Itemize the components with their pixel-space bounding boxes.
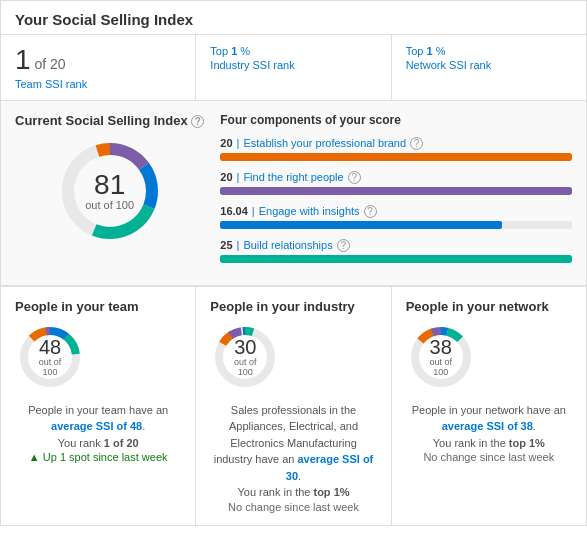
component-help-people[interactable]: ?	[348, 171, 361, 184]
component-row-insights: 16.04 | Engage with insights ?	[220, 205, 572, 229]
component-label-relationships: 25 | Build relationships ?	[220, 239, 572, 252]
component-row-brand: 20 | Establish your professional brand ?	[220, 137, 572, 161]
team-rank-label: Team SSI rank	[15, 78, 181, 90]
network-prefix: Top	[406, 45, 427, 57]
industry-rank-display: Industry SSI rank	[210, 59, 376, 71]
component-label-people: 20 | Find the right people ?	[220, 171, 572, 184]
component-link-people[interactable]: Find the right people	[243, 171, 343, 183]
component-bar-bg-brand	[220, 153, 572, 161]
component-row-people: 20 | Find the right people ?	[220, 171, 572, 195]
ssi-score: 81	[85, 171, 134, 199]
team-rank-value: 1	[15, 44, 31, 75]
bottom-card-team: People in your team 48 out of 100 People…	[1, 287, 196, 525]
change-indicator-industry: No change since last week	[210, 501, 376, 513]
mini-score-num-network: 38	[423, 337, 458, 357]
components-container: 20 | Establish your professional brand ?…	[220, 137, 572, 263]
rank-card-team: 1 of 20 Team SSI rank	[1, 35, 196, 100]
rank-card-industry: Top 1 % Industry SSI rank	[196, 35, 391, 100]
industry-rank-suffix: %	[237, 45, 250, 57]
component-link-brand[interactable]: Establish your professional brand	[243, 137, 406, 149]
bottom-cards: People in your team 48 out of 100 People…	[1, 286, 586, 525]
bottom-card-description-network: People in your network have an average S…	[406, 402, 572, 452]
bottom-card-inner-network: 38 out of 100	[406, 322, 572, 392]
component-help-brand[interactable]: ?	[410, 137, 423, 150]
bottom-card-title-network: People in your network	[406, 299, 572, 314]
component-separator-insights: |	[252, 205, 255, 217]
bottom-card-title-industry: People in your industry	[210, 299, 376, 314]
ssi-score-of: out of 100	[85, 199, 134, 211]
network-rank-suffix: %	[433, 45, 446, 57]
mini-score-of-team: out of 100	[33, 357, 68, 377]
component-help-insights[interactable]: ?	[364, 205, 377, 218]
industry-top-label: Top 1 %	[210, 45, 376, 57]
ssi-left: Current Social Selling Index ?	[15, 113, 204, 246]
mini-score-of-network: out of 100	[423, 357, 458, 377]
component-row-relationships: 25 | Build relationships ?	[220, 239, 572, 263]
component-score-relationships: 25	[220, 239, 232, 251]
ssi-donut: 81 out of 100	[55, 136, 165, 246]
ssi-section: Current Social Selling Index ?	[1, 101, 586, 286]
component-score-brand: 20	[220, 137, 232, 149]
component-bar-fill-insights	[220, 221, 501, 229]
network-rank-label: Network SSI rank	[406, 59, 572, 71]
mini-score-center-team: 48 out of 100	[33, 337, 68, 377]
page-wrapper: Your Social Selling Index 1 of 20 Team S…	[0, 0, 587, 526]
change-indicator-network: No change since last week	[406, 451, 572, 463]
component-bar-fill-relationships	[220, 255, 572, 263]
component-label-insights: 16.04 | Engage with insights ?	[220, 205, 572, 218]
component-score-people: 20	[220, 171, 232, 183]
components-title: Four components of your score	[220, 113, 572, 127]
ssi-help-icon[interactable]: ?	[191, 115, 204, 128]
bottom-card-inner-industry: 30 out of 100	[210, 322, 376, 392]
component-score-insights: 16.04	[220, 205, 248, 217]
bottom-card-description-team: People in your team have an average SSI …	[15, 402, 181, 452]
industry-prefix: Top	[210, 45, 231, 57]
rank-cards: 1 of 20 Team SSI rank Top 1 % Industry S…	[1, 34, 586, 101]
change-indicator-team: ▲ Up 1 spot since last week	[15, 451, 181, 463]
component-bar-bg-people	[220, 187, 572, 195]
bottom-card-description-industry: Sales professionals in the Appliances, E…	[210, 402, 376, 501]
bottom-cards-container: People in your team 48 out of 100 People…	[1, 287, 586, 525]
ssi-right: Four components of your score 20 | Estab…	[220, 113, 572, 273]
ssi-score-center: 81 out of 100	[85, 171, 134, 211]
component-separator-relationships: |	[237, 239, 240, 251]
rank-card-network: Top 1 % Network SSI rank	[392, 35, 586, 100]
bottom-card-title-team: People in your team	[15, 299, 181, 314]
component-help-relationships[interactable]: ?	[337, 239, 350, 252]
component-separator-brand: |	[237, 137, 240, 149]
team-rank-suffix: of 20	[31, 56, 66, 72]
network-top-label: Top 1 %	[406, 45, 572, 57]
component-separator-people: |	[237, 171, 240, 183]
ssi-title-text: Current Social Selling Index	[15, 113, 188, 128]
ssi-section-title: Current Social Selling Index ?	[15, 113, 204, 128]
mini-score-of-industry: out of 100	[228, 357, 263, 377]
component-link-relationships[interactable]: Build relationships	[243, 239, 332, 251]
bottom-card-network: People in your network 38 out of 100 Peo…	[392, 287, 586, 525]
mini-score-num-team: 48	[33, 337, 68, 357]
mini-score-num-industry: 30	[228, 337, 263, 357]
component-label-brand: 20 | Establish your professional brand ?	[220, 137, 572, 150]
team-rank-number: 1 of 20	[15, 45, 181, 76]
bottom-card-inner-team: 48 out of 100	[15, 322, 181, 392]
page-title: Your Social Selling Index	[1, 1, 586, 34]
mini-score-center-industry: 30 out of 100	[228, 337, 263, 377]
component-link-insights[interactable]: Engage with insights	[259, 205, 360, 217]
bottom-card-industry: People in your industry 30 out of 100 Sa…	[196, 287, 391, 525]
component-bar-bg-insights	[220, 221, 572, 229]
mini-donut-network: 38 out of 100	[406, 322, 476, 392]
mini-donut-industry: 30 out of 100	[210, 322, 280, 392]
component-bar-bg-relationships	[220, 255, 572, 263]
mini-score-center-network: 38 out of 100	[423, 337, 458, 377]
component-bar-fill-people	[220, 187, 572, 195]
component-bar-fill-brand	[220, 153, 572, 161]
mini-donut-team: 48 out of 100	[15, 322, 85, 392]
